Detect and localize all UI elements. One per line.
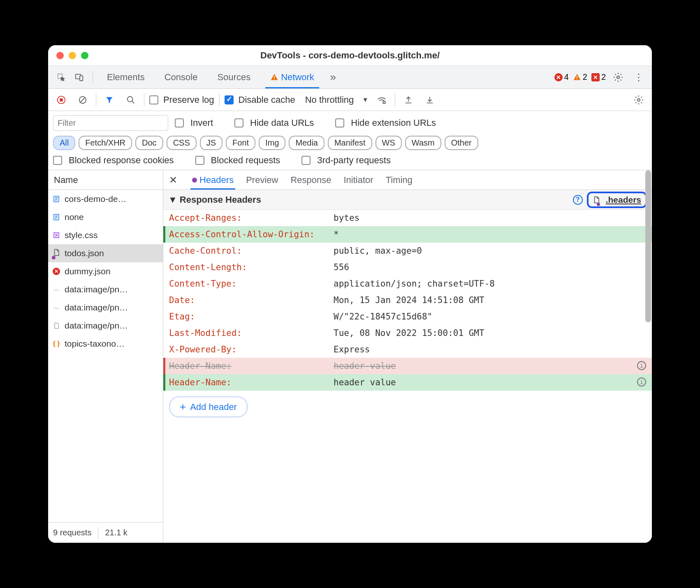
header-value: 556 <box>334 262 646 272</box>
header-row[interactable]: Content-Length:556 <box>163 259 652 275</box>
header-key: Content-Type: <box>169 279 334 289</box>
blocked-cookies-checkbox[interactable] <box>53 156 62 165</box>
request-item[interactable]: { }topics-taxono… <box>48 335 163 353</box>
upload-icon[interactable] <box>400 92 417 108</box>
tab-elements[interactable]: Elements <box>98 66 154 88</box>
wifi-settings-icon[interactable] <box>373 92 390 108</box>
type-pill-doc[interactable]: Doc <box>135 136 163 150</box>
request-name: todos.json <box>65 248 104 258</box>
info-icon[interactable]: i <box>637 361 646 370</box>
type-pill-js[interactable]: JS <box>200 136 223 150</box>
inspect-icon[interactable] <box>53 69 70 86</box>
close-window-button[interactable] <box>56 52 64 59</box>
tab-network[interactable]: Network <box>261 66 323 88</box>
help-icon[interactable]: ? <box>573 195 583 205</box>
info-icon[interactable]: i <box>637 377 646 387</box>
type-pill-other[interactable]: Other <box>445 136 478 150</box>
request-item[interactable]: —data:image/pn… <box>48 280 163 299</box>
maximize-window-button[interactable] <box>81 52 88 59</box>
detail-tab-preview[interactable]: Preview <box>246 170 278 190</box>
search-icon[interactable] <box>123 92 139 108</box>
request-type-icon <box>52 195 60 203</box>
request-item[interactable]: ✕dummy.json <box>48 262 163 280</box>
request-name: data:image/pn… <box>65 321 128 331</box>
settings-icon[interactable] <box>610 69 626 86</box>
separator <box>93 71 93 83</box>
request-item[interactable]: style.css <box>48 226 163 244</box>
request-item[interactable]: cors-demo-de… <box>48 190 163 208</box>
type-pill-media[interactable]: Media <box>289 136 324 150</box>
chevron-down-icon[interactable]: ▼ <box>362 96 369 104</box>
warnings-badge[interactable]: 2 <box>573 72 587 82</box>
header-row[interactable]: Access-Control-Allow-Origin:* <box>163 226 652 243</box>
type-pill-fetchxhr[interactable]: Fetch/XHR <box>79 136 132 150</box>
header-row[interactable]: Last-Modified:Tue, 08 Nov 2022 15:00:01 … <box>163 325 652 341</box>
name-column-header[interactable]: Name <box>48 170 163 190</box>
record-button[interactable] <box>53 92 70 108</box>
request-name: topics-taxono… <box>65 339 125 349</box>
type-pill-manifest[interactable]: Manifest <box>328 136 372 150</box>
issues-badge[interactable]: ✕2 <box>591 72 606 82</box>
errors-badge[interactable]: ✕4 <box>554 72 569 82</box>
request-item[interactable]: —data:image/pn… <box>48 299 163 317</box>
header-row[interactable]: Cache-Control:public, max-age=0 <box>163 243 652 259</box>
download-icon[interactable] <box>422 92 438 108</box>
svg-line-13 <box>132 101 134 103</box>
more-tabs-icon[interactable]: » <box>325 69 341 86</box>
header-row[interactable]: Header-Name:header valuei <box>163 374 652 391</box>
type-pill-font[interactable]: Font <box>226 136 255 150</box>
request-item[interactable]: data:image/pn… <box>48 317 163 335</box>
detail-tab-timing[interactable]: Timing <box>386 170 413 190</box>
minimize-window-button[interactable] <box>69 52 76 59</box>
tab-console[interactable]: Console <box>155 66 207 88</box>
header-row[interactable]: Header-Name:header valuei <box>163 358 652 374</box>
header-row[interactable]: X-Powered-By:Express <box>163 341 652 358</box>
invert-label: Invert <box>190 118 213 128</box>
disclosure-triangle-icon[interactable]: ▼ <box>168 194 177 205</box>
header-value: W/"22c-18457c15d68" <box>334 312 646 322</box>
section-title: Response Headers <box>180 194 261 205</box>
separator <box>144 93 144 106</box>
filter-input[interactable] <box>53 115 168 131</box>
network-toolbar: Preserve log Disable cache No throttling… <box>48 89 652 111</box>
kebab-menu-icon[interactable]: ⋮ <box>630 69 647 86</box>
response-headers-section[interactable]: ▼ Response Headers ? .headers <box>163 190 652 210</box>
headers-file-link[interactable]: .headers <box>587 192 647 208</box>
request-item[interactable]: none <box>48 208 163 226</box>
request-item[interactable]: todos.json <box>48 244 163 262</box>
close-detail-button[interactable]: ✕ <box>169 174 177 186</box>
detail-tab-headers[interactable]: Headers <box>192 170 234 190</box>
detail-tab-initiator[interactable]: Initiator <box>343 170 373 190</box>
add-header-button[interactable]: + Add header <box>169 396 248 417</box>
blocked-requests-checkbox[interactable] <box>195 156 204 165</box>
header-value: Tue, 08 Nov 2022 15:00:01 GMT <box>334 328 646 338</box>
type-filter-pills: AllFetch/XHRDocCSSJSFontImgMediaManifest… <box>53 136 647 150</box>
invert-checkbox[interactable] <box>175 118 184 127</box>
preserve-log-checkbox[interactable] <box>149 95 158 104</box>
header-value: * <box>334 229 646 239</box>
panel-settings-icon[interactable] <box>630 92 647 108</box>
hide-data-urls-checkbox[interactable] <box>234 118 243 127</box>
scrollbar-thumb[interactable] <box>645 170 651 322</box>
header-row[interactable]: Date:Mon, 15 Jan 2024 14:51:08 GMT <box>163 292 652 308</box>
tab-sources[interactable]: Sources <box>208 66 260 88</box>
type-pill-ws[interactable]: WS <box>375 136 402 150</box>
clear-button[interactable] <box>74 92 91 108</box>
scrollbar[interactable] <box>645 170 651 543</box>
type-pill-img[interactable]: Img <box>259 136 285 150</box>
type-pill-css[interactable]: CSS <box>167 136 197 150</box>
throttling-select[interactable]: No throttling <box>305 95 354 105</box>
header-key: Header-Name: <box>169 361 334 371</box>
detail-tab-response[interactable]: Response <box>290 170 331 190</box>
header-row[interactable]: Content-Type:application/json; charset=U… <box>163 275 652 292</box>
hide-extension-urls-checkbox[interactable] <box>335 118 344 127</box>
filter-toggle-icon[interactable] <box>101 92 118 108</box>
request-name: style.css <box>65 230 98 240</box>
third-party-checkbox[interactable] <box>301 156 311 165</box>
type-pill-all[interactable]: All <box>53 136 75 150</box>
device-toggle-icon[interactable] <box>71 69 88 86</box>
header-row[interactable]: Accept-Ranges:bytes <box>163 210 652 226</box>
header-row[interactable]: Etag:W/"22c-18457c15d68" <box>163 308 652 325</box>
disable-cache-checkbox[interactable] <box>225 95 234 104</box>
type-pill-wasm[interactable]: Wasm <box>405 136 441 150</box>
